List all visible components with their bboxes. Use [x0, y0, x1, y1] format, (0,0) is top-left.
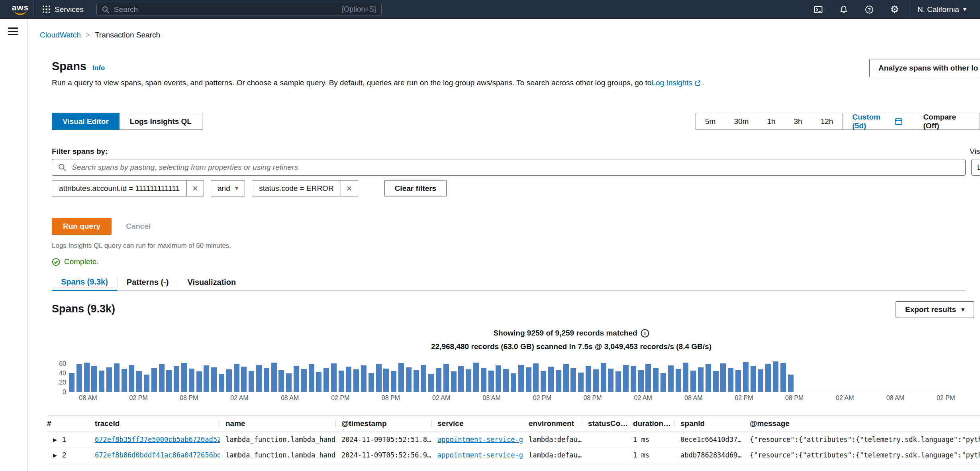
remove-filter-icon[interactable]: ×: [186, 181, 204, 196]
span-filter-input[interactable]: [71, 163, 959, 172]
topbar-divider: [909, 0, 909, 19]
global-search-box[interactable]: [Option+S]: [96, 3, 382, 16]
histogram-bar: [339, 371, 344, 392]
compare-toggle-button[interactable]: Compare (Off): [912, 113, 980, 130]
cell-span-id: 0ece1c66410d37…: [675, 432, 744, 447]
time-range-option-12h[interactable]: 12h: [811, 113, 843, 130]
histogram-bar: [414, 370, 419, 392]
trace-id-link[interactable]: 672ef8b35ff37e5000cb5ab6726ad522: [95, 436, 220, 444]
run-query-button[interactable]: Run query: [52, 218, 112, 235]
row-expand-icon[interactable]: ▶: [53, 437, 57, 443]
x-tick-label: 02 AM: [836, 394, 854, 402]
aws-logo[interactable]: aws: [9, 4, 32, 15]
tab-spans[interactable]: Spans (9.3k): [52, 274, 117, 291]
time-range-option-5m[interactable]: 5m: [696, 113, 725, 130]
histogram-bar: [421, 365, 426, 392]
notifications-bell-icon[interactable]: [831, 0, 857, 19]
cloudshell-icon[interactable]: [806, 0, 831, 19]
x-tick-label: 08 AM: [79, 394, 97, 402]
services-grid-icon: [43, 6, 50, 13]
time-range-option-30m[interactable]: 30m: [725, 113, 758, 130]
search-icon: [102, 6, 109, 13]
y-tick-label: 20: [59, 379, 66, 386]
column-header-9[interactable]: @message: [744, 419, 980, 428]
histogram-bar: [234, 364, 239, 392]
row-expand-icon[interactable]: ▶: [53, 452, 57, 458]
cell-trace-id: 672ef8b86d0bddf41ac86a0472656bdd: [89, 447, 220, 463]
row-number: 1: [62, 436, 66, 444]
histogram-bar: [586, 366, 591, 392]
column-header-0[interactable]: #: [47, 419, 89, 428]
column-header-4[interactable]: service: [432, 419, 523, 428]
cell-row-number: ▶1: [47, 432, 89, 447]
editor-mode-tabs: Visual Editor Logs Insights QL: [52, 113, 202, 130]
time-range-option-3h[interactable]: 3h: [785, 113, 811, 130]
cell-environment: lambda:defau…: [523, 432, 582, 447]
trace-id-link[interactable]: 672ef8b86d0bddf41ac86a0472656bdd: [95, 451, 220, 459]
histogram-bar: [690, 371, 696, 392]
cell-duration: 1 ms: [627, 447, 675, 463]
cell-timestamp: 2024-11-09T05:52:51.8…: [336, 432, 432, 447]
column-header-8[interactable]: spanId: [675, 419, 744, 428]
visualization-cut-label: Vis: [970, 147, 980, 156]
time-range-option-1h[interactable]: 1h: [758, 113, 784, 130]
service-link[interactable]: appointment-service-get: [437, 436, 523, 444]
hamburger-menu-icon[interactable]: [8, 27, 18, 35]
histogram-bar: [638, 370, 644, 392]
filter-chips-row: attributes.account.id = 111111111111 × a…: [52, 180, 447, 196]
histogram-bar: [136, 371, 142, 392]
cell-row-number: ▶2: [47, 447, 89, 463]
tab-visualization[interactable]: Visualization: [178, 274, 245, 290]
histogram-bar: [286, 373, 292, 392]
calendar-icon: [895, 118, 902, 125]
histogram-bar: [556, 370, 561, 392]
histogram-bar: [346, 367, 351, 392]
column-header-6[interactable]: statusCo…: [582, 419, 627, 428]
service-link[interactable]: appointment-service-get: [437, 451, 523, 459]
operator-dropdown[interactable]: and ▼: [211, 180, 245, 196]
histogram-bar: [84, 363, 90, 392]
tab-visual-editor[interactable]: Visual Editor: [52, 113, 120, 130]
log-insights-link[interactable]: Log Insights: [651, 78, 692, 87]
histogram-bar: [309, 364, 314, 392]
histogram-bar: [653, 368, 659, 392]
settings-gear-icon[interactable]: ⚙: [882, 0, 907, 19]
tab-logs-insights-ql[interactable]: Logs Insights QL: [120, 113, 202, 130]
column-header-2[interactable]: name: [220, 419, 336, 428]
histogram-bar: [278, 370, 284, 392]
x-tick-label: 08 AM: [483, 394, 501, 402]
cell-environment: lambda:defau…: [523, 447, 582, 463]
tab-patterns[interactable]: Patterns (-): [118, 274, 178, 290]
topbar-divider: [33, 0, 34, 19]
histogram-bar: [368, 373, 374, 392]
cancel-button[interactable]: Cancel: [120, 218, 156, 235]
histogram-bar: [174, 366, 179, 392]
histogram-bar: [428, 374, 434, 392]
info-icon[interactable]: i: [641, 329, 649, 338]
global-search-input[interactable]: [113, 5, 342, 14]
column-header-7[interactable]: duration…: [627, 419, 675, 428]
clear-filters-button[interactable]: Clear filters: [384, 180, 447, 196]
remove-filter-icon[interactable]: ×: [341, 181, 358, 196]
custom-time-range-button[interactable]: Custom (5d): [843, 113, 911, 130]
region-selector[interactable]: N. California ▼: [911, 5, 973, 14]
query-status: Complete.: [52, 257, 99, 266]
analyze-spans-button[interactable]: Analyze spans with other lo: [869, 59, 980, 77]
cut-off-dropdown[interactable]: Li: [971, 159, 980, 176]
services-menu-button[interactable]: Services: [35, 0, 91, 19]
column-header-3[interactable]: @timestamp: [336, 419, 432, 428]
histogram-bar: [503, 369, 509, 392]
info-link[interactable]: Info: [92, 64, 105, 72]
histogram-bar: [788, 375, 794, 392]
histogram-bar: [645, 364, 651, 392]
export-results-button[interactable]: Export results ▼: [896, 301, 974, 318]
histogram-bar: [570, 368, 576, 392]
help-icon[interactable]: ?: [857, 0, 882, 19]
histogram-bar: [294, 366, 299, 392]
column-header-5[interactable]: environment: [523, 419, 582, 428]
column-header-1[interactable]: traceId: [89, 419, 220, 428]
span-filter-search-box[interactable]: [52, 159, 966, 176]
cell-name: lambda_function.lambda_handl…: [220, 447, 336, 463]
x-tick-label: 08 PM: [785, 394, 804, 402]
breadcrumb-cloudwatch-link[interactable]: CloudWatch: [40, 31, 81, 39]
